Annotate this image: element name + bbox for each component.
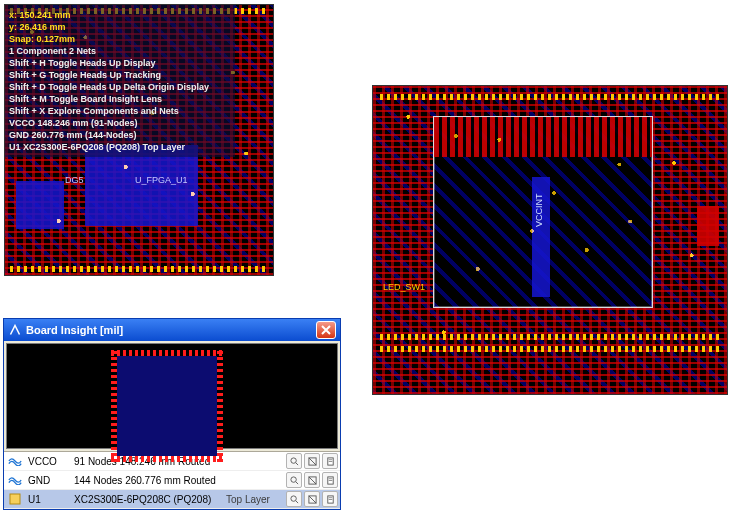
- hud-net-gnd: GND 260.776 mm (144-Nodes): [9, 129, 229, 141]
- component-row[interactable]: U1XC2S300E-6PQ208C (PQ208)Top Layer: [4, 490, 340, 509]
- svg-line-8: [295, 481, 297, 483]
- net-icon: [6, 475, 24, 485]
- titlebar[interactable]: Board Insight [mil]: [4, 319, 340, 341]
- item-name: VCCO: [28, 456, 70, 467]
- mask-button[interactable]: [304, 472, 320, 488]
- item-layer: Top Layer: [226, 494, 282, 505]
- svg-point-0: [290, 457, 295, 462]
- hud-hint-1: Shift + H Toggle Heads Up Display: [9, 57, 229, 69]
- svg-point-7: [290, 476, 295, 481]
- hud-y-coord: y: 26.416 mm: [9, 21, 229, 33]
- hud-snap: Snap: 0.127mm: [9, 33, 229, 45]
- window-title: Board Insight [mil]: [26, 324, 316, 336]
- datasheet-button[interactable]: [322, 453, 338, 469]
- hud-comp-u1: U1 XC2S300E-6PQ208 (PQ208) Top Layer: [9, 141, 229, 153]
- pcb-editor-main-view[interactable]: DG5 U_FPGA_U1 x: 150.241 mm y: 26.416 mm…: [4, 4, 274, 276]
- item-name: GND: [28, 475, 70, 486]
- item-description: 144 Nodes 260.776 mm Routed: [74, 475, 222, 486]
- zoom-button[interactable]: [286, 453, 302, 469]
- board-insight-lens[interactable]: VCCINT: [433, 116, 653, 308]
- item-description: XC2S300E-6PQ208C (PQ208): [74, 494, 222, 505]
- svg-line-1: [295, 462, 297, 464]
- hud-hint-5: Shift + X Explore Components and Nets: [9, 105, 229, 117]
- close-icon: [321, 325, 331, 335]
- hud-hint-3: Shift + D Toggle Heads Up Delta Origin D…: [9, 81, 229, 93]
- component-icon: [6, 493, 24, 505]
- svg-line-3: [308, 457, 315, 464]
- net-icon: [6, 456, 24, 466]
- svg-point-15: [290, 495, 295, 500]
- hud-hint-2: Shift + G Toggle Heads Up Tracking: [9, 69, 229, 81]
- net-row[interactable]: GND144 Nodes 260.776 mm Routed: [4, 471, 340, 490]
- svg-line-10: [308, 476, 315, 483]
- datasheet-button[interactable]: [322, 472, 338, 488]
- lens-pads: [434, 117, 652, 307]
- heads-up-display: x: 150.241 mm y: 26.416 mm Snap: 0.127mm…: [5, 5, 235, 157]
- hud-summary: 1 Component 2 Nets: [9, 45, 229, 57]
- close-button[interactable]: [316, 321, 336, 339]
- board-insight-window[interactable]: Board Insight [mil] VCCO91 Nodes 148.246…: [3, 318, 341, 510]
- mask-button[interactable]: [304, 453, 320, 469]
- item-name: U1: [28, 494, 70, 505]
- hud-x-coord: x: 150.241 mm: [9, 9, 229, 21]
- zoom-button[interactable]: [286, 472, 302, 488]
- zoom-button[interactable]: [286, 491, 302, 507]
- svg-line-16: [295, 500, 297, 502]
- insight-preview[interactable]: [6, 343, 338, 449]
- svg-rect-14: [10, 494, 20, 504]
- svg-line-18: [308, 495, 315, 502]
- window-icon: [8, 323, 22, 337]
- hud-net-vcco: VCCO 148.246 mm (91-Nodes): [9, 117, 229, 129]
- datasheet-button[interactable]: [322, 491, 338, 507]
- hud-hint-4: Shift + M Toggle Board Insight Lens: [9, 93, 229, 105]
- preview-component: [117, 356, 217, 456]
- pcb-editor-lens-view[interactable]: LED_SW1 VCCINT: [372, 85, 728, 395]
- mask-button[interactable]: [304, 491, 320, 507]
- component-side[interactable]: [697, 206, 719, 246]
